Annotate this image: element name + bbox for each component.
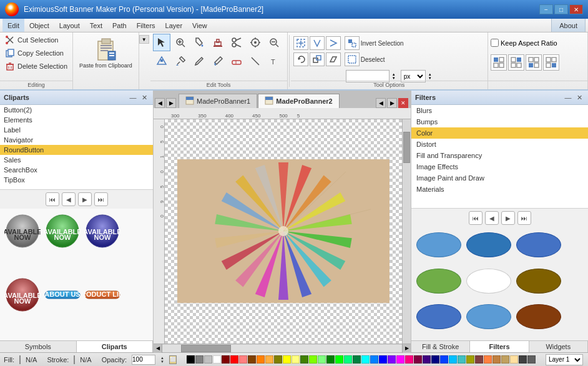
close-button[interactable]: ✕: [569, 4, 583, 14]
opacity-input[interactable]: [132, 355, 155, 365]
clipart-list-item[interactable]: Elements: [0, 115, 153, 125]
paint-bucket-tool[interactable]: [190, 34, 208, 51]
filter-list-item[interactable]: Image Paint and Draw: [411, 172, 588, 184]
cliparts-first-btn[interactable]: ⏮: [46, 192, 59, 206]
palette-color-swatch[interactable]: [335, 355, 343, 364]
palette-color-swatch[interactable]: [213, 355, 221, 364]
palette-color-swatch[interactable]: [423, 355, 431, 364]
palette-color-swatch[interactable]: [230, 355, 238, 364]
pan-tool[interactable]: [247, 34, 264, 51]
scissors-tool[interactable]: [228, 34, 245, 51]
preview-item-5[interactable]: ABOUT US: [44, 276, 81, 314]
filter-list-item[interactable]: Blurs: [411, 105, 588, 116]
palette-color-swatch[interactable]: [492, 355, 501, 364]
filter-preview-item[interactable]: [516, 304, 561, 329]
filter-list-item[interactable]: Image Effects: [411, 161, 588, 172]
paste-dropdown[interactable]: ▼: [139, 32, 150, 89]
clipart-list-item[interactable]: Button(2): [0, 105, 153, 115]
palette-color-swatch[interactable]: [519, 355, 527, 364]
palette-color-swatch[interactable]: [458, 355, 466, 364]
palette-color-swatch[interactable]: [283, 355, 291, 364]
filter-list-item[interactable]: Distort: [411, 139, 588, 150]
tab-scroll-right[interactable]: ▶: [387, 98, 397, 108]
eyedropper-tool[interactable]: [172, 52, 189, 70]
snap-tl-btn[interactable]: [491, 54, 507, 71]
menu-filters[interactable]: Filters: [132, 19, 160, 32]
tab-banner2[interactable]: MadeProBanner2: [258, 94, 339, 108]
palette-color-swatch[interactable]: [344, 355, 352, 364]
tab-nav-next[interactable]: ▶: [166, 98, 176, 108]
move-icon-btn[interactable]: [293, 36, 308, 50]
canvas-content[interactable]: [165, 119, 402, 344]
palette-color-swatch[interactable]: [300, 355, 308, 364]
clipart-list-item[interactable]: Sales: [0, 155, 153, 165]
scrollbar-vertical[interactable]: [402, 119, 411, 344]
palette-color-swatch[interactable]: [353, 355, 361, 364]
filter-preview-item[interactable]: [516, 232, 561, 257]
palette-color-swatch[interactable]: [396, 355, 404, 364]
magnify-tool[interactable]: [265, 34, 283, 51]
minimize-button[interactable]: −: [539, 4, 553, 14]
filter-preview-item[interactable]: [416, 232, 461, 257]
palette-color-swatch[interactable]: [440, 355, 448, 364]
scrollbar-horizontal[interactable]: ◀ ▶: [154, 344, 411, 352]
palette-color-swatch[interactable]: [370, 355, 378, 364]
snap-tr-btn[interactable]: [508, 54, 524, 71]
palette-color-swatch[interactable]: [405, 355, 413, 364]
stroke-swatch[interactable]: [74, 355, 75, 364]
palette-color-swatch[interactable]: [292, 355, 300, 364]
snap-br-btn[interactable]: [543, 54, 559, 71]
node-edit-tool[interactable]: [153, 52, 170, 70]
maximize-button[interactable]: □: [554, 4, 568, 14]
filters-tab[interactable]: Filters: [470, 341, 529, 352]
clipart-list-item[interactable]: SearchBox: [0, 165, 153, 175]
scroll-unit-btn[interactable]: ▲ ▼: [428, 72, 434, 80]
cliparts-prev-btn[interactable]: ◀: [62, 192, 76, 206]
stamp-tool[interactable]: [209, 34, 227, 51]
delete-selection-button[interactable]: Delete Selection: [2, 60, 70, 72]
widgets-tab[interactable]: Widgets: [529, 341, 588, 352]
cliparts-next-btn[interactable]: ▶: [78, 192, 92, 206]
menu-layout[interactable]: Layout: [54, 19, 85, 32]
filters-last-btn[interactable]: ⏭: [517, 211, 531, 225]
preview-item-2[interactable]: AVAILABLE NOW: [44, 212, 81, 250]
cliparts-tab[interactable]: Cliparts: [77, 341, 154, 352]
filters-first-btn[interactable]: ⏮: [469, 211, 483, 225]
filters-close-btn[interactable]: ✕: [574, 92, 584, 102]
cliparts-minimize-btn[interactable]: —: [128, 92, 138, 102]
text-tool[interactable]: T: [265, 52, 283, 70]
palette-color-swatch[interactable]: [414, 355, 422, 364]
palette-color-swatch[interactable]: [187, 355, 195, 364]
flip-h-btn[interactable]: [310, 36, 325, 50]
menu-text[interactable]: Text: [85, 19, 107, 32]
preview-item-6[interactable]: PRODUCT LINE: [84, 276, 121, 314]
palette-color-swatch[interactable]: [222, 355, 230, 364]
menu-path[interactable]: Path: [107, 19, 132, 32]
filter-preview-item[interactable]: [416, 269, 461, 294]
filters-next-btn[interactable]: ▶: [501, 211, 515, 225]
menu-object[interactable]: Object: [24, 19, 54, 32]
palette-color-swatch[interactable]: [239, 355, 247, 364]
palette-color-swatch[interactable]: [501, 355, 509, 364]
filter-list-item[interactable]: Materials: [411, 184, 588, 195]
deselect-btn[interactable]: [345, 52, 360, 66]
fill-stroke-tab[interactable]: Fill & Stroke: [411, 341, 470, 352]
menu-view[interactable]: View: [187, 19, 212, 32]
filter-list-item[interactable]: Color: [411, 127, 588, 139]
palette-color-swatch[interactable]: [484, 355, 492, 364]
filter-preview-item[interactable]: [516, 269, 561, 294]
palette-color-swatch[interactable]: [379, 355, 387, 364]
menu-layer[interactable]: Layer: [160, 19, 188, 32]
scroll-v-btn[interactable]: ▲ ▼: [392, 72, 398, 80]
preview-item-3[interactable]: AVAILABLE NOW: [84, 212, 121, 250]
invert-sel-btn[interactable]: [345, 36, 360, 50]
palette-color-swatch[interactable]: [265, 355, 273, 364]
skew-btn[interactable]: [326, 52, 341, 66]
copy-selection-button[interactable]: Copy Selection: [2, 47, 70, 59]
palette-color-swatch[interactable]: [466, 355, 474, 364]
pencil-tool[interactable]: [190, 52, 208, 70]
fill-swatch[interactable]: [19, 355, 21, 364]
layer-select[interactable]: Layer 1: [546, 354, 583, 365]
zoom-tool[interactable]: [172, 34, 189, 51]
flip-v-btn[interactable]: [326, 36, 341, 50]
